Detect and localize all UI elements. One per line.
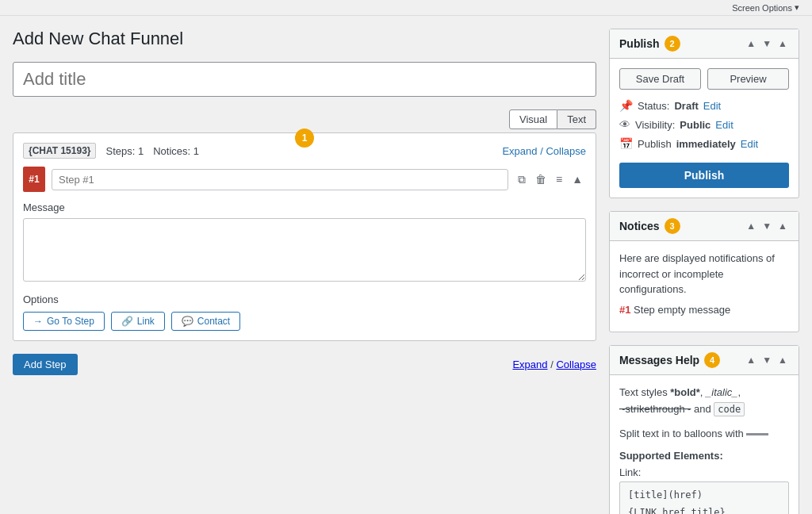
notice-text: Step empty message bbox=[634, 304, 730, 316]
notices-panel: Notices 3 ▲ ▼ ▲ Here are displayed notif… bbox=[609, 211, 799, 332]
help-down-button[interactable]: ▼ bbox=[760, 353, 773, 367]
expand-link[interactable]: Expand bbox=[502, 145, 537, 157]
publish-buttons: Save Draft Preview bbox=[619, 68, 789, 90]
add-step-button[interactable]: Add Step bbox=[13, 354, 78, 375]
italic-example: _italic_ bbox=[706, 386, 737, 398]
visibility-row: 👁 Visibility: Public Edit bbox=[619, 118, 789, 131]
status-edit-link[interactable]: Edit bbox=[703, 100, 721, 112]
go-to-step-button[interactable]: → Go To Step bbox=[23, 312, 105, 331]
steps-count: Steps: 1 bbox=[105, 145, 144, 157]
link-button[interactable]: 🔗 Link bbox=[111, 312, 165, 331]
funnel-header: {CHAT 15193} Steps: 1 Notices: 1 1 Expan… bbox=[23, 143, 586, 159]
status-icon: 📌 bbox=[619, 99, 633, 112]
footer-collapse-link[interactable]: Collapse bbox=[556, 359, 596, 370]
funnel-header-left: {CHAT 15193} Steps: 1 Notices: 1 bbox=[23, 143, 199, 159]
visibility-value: Public bbox=[680, 119, 710, 131]
publish-up-button[interactable]: ▲ bbox=[745, 36, 757, 51]
copy-step-button[interactable]: ⧉ bbox=[515, 171, 529, 188]
screen-options-button[interactable]: Screen Options ▾ bbox=[732, 2, 799, 13]
notices-controls: ▲ ▼ ▲ bbox=[745, 219, 789, 233]
messages-help-panel: Messages Help 4 ▲ ▼ ▲ Text styles *bold*… bbox=[609, 345, 799, 514]
tab-visual[interactable]: Visual bbox=[509, 109, 557, 129]
publish-badge: 2 bbox=[665, 36, 680, 52]
publish-down-button[interactable]: ▼ bbox=[760, 36, 773, 51]
page-title: Add New Chat Funnel bbox=[13, 29, 596, 49]
menu-icon: ≡ bbox=[556, 173, 562, 186]
link-code-2: {LINK href title} bbox=[628, 507, 726, 514]
publish-time-label: Publish bbox=[638, 138, 672, 150]
options-buttons: → Go To Step 🔗 Link 💬 Contact bbox=[23, 312, 586, 331]
notices-badge: 3 bbox=[665, 218, 680, 234]
title-input[interactable] bbox=[13, 62, 596, 97]
move-up-step-button[interactable]: ▲ bbox=[569, 171, 586, 188]
chat-tag: {CHAT 15193} bbox=[23, 143, 96, 159]
copy-icon: ⧉ bbox=[518, 173, 526, 186]
publish-time-value: immediately bbox=[676, 138, 736, 150]
contact-button[interactable]: 💬 Contact bbox=[171, 312, 240, 331]
split-text-prefix: Split text in to balloons with bbox=[619, 428, 744, 439]
code-example: code bbox=[714, 402, 745, 416]
help-toggle-button[interactable]: ▲ bbox=[776, 353, 789, 367]
arrow-icon: → bbox=[33, 316, 43, 327]
publish-button[interactable]: Publish bbox=[619, 163, 789, 188]
publish-body: Save Draft Preview 📌 Status: Draft Edit … bbox=[610, 59, 799, 198]
strike-example: ~strikethrough~ bbox=[619, 403, 691, 415]
status-label: Status: bbox=[638, 100, 669, 112]
link-code-1: [title](href) bbox=[628, 489, 703, 501]
link-label-text: Link bbox=[137, 316, 155, 327]
publish-time-edit-link[interactable]: Edit bbox=[741, 138, 758, 150]
notices-description: Here are displayed notifications of inco… bbox=[619, 251, 789, 297]
notice-item: #1 Step empty message bbox=[619, 302, 789, 318]
message-textarea[interactable] bbox=[23, 218, 586, 282]
contact-label: Contact bbox=[197, 316, 230, 327]
text-styles-description: Text styles *bold*, _italic_, ~strikethr… bbox=[619, 385, 789, 418]
status-row: 📌 Status: Draft Edit bbox=[619, 99, 789, 112]
visibility-edit-link[interactable]: Edit bbox=[715, 119, 733, 131]
status-value: Draft bbox=[674, 100, 698, 112]
preview-button[interactable]: Preview bbox=[707, 68, 789, 90]
step-row: #1 ⧉ 🗑 ≡ ▲ bbox=[23, 167, 586, 192]
notices-count: Notices: 1 bbox=[153, 145, 199, 157]
link-code-block: [title](href) {LINK href title} bbox=[619, 481, 789, 514]
separator-preview bbox=[746, 428, 768, 439]
collapse-link[interactable]: Collapse bbox=[546, 145, 586, 157]
calendar-icon: 📅 bbox=[619, 137, 633, 150]
message-label: Message bbox=[23, 201, 586, 213]
options-label: Options bbox=[23, 293, 586, 305]
notices-toggle-button[interactable]: ▲ bbox=[776, 219, 789, 233]
footer-expand-collapse: Expand / Collapse bbox=[512, 359, 596, 370]
contact-icon: 💬 bbox=[182, 316, 193, 327]
footer-expand-link[interactable]: Expand bbox=[512, 359, 547, 370]
funnel-footer: Add Step Expand / Collapse bbox=[13, 354, 596, 375]
publish-panel-header: Publish 2 ▲ ▼ ▲ bbox=[610, 29, 799, 59]
delete-step-button[interactable]: 🗑 bbox=[532, 171, 550, 188]
visibility-label: Visibility: bbox=[635, 119, 675, 131]
publish-panel: Publish 2 ▲ ▼ ▲ Save Draft Preview 📌 Sta… bbox=[609, 29, 799, 198]
trash-icon: 🗑 bbox=[535, 173, 546, 186]
notices-title: Notices 3 bbox=[619, 218, 680, 234]
publish-time-row: 📅 Publish immediately Edit bbox=[619, 137, 789, 150]
step-number: #1 bbox=[23, 167, 45, 192]
save-draft-button[interactable]: Save Draft bbox=[619, 68, 701, 90]
messages-help-body: Text styles *bold*, _italic_, ~strikethr… bbox=[610, 375, 799, 514]
messages-help-badge: 4 bbox=[704, 352, 720, 368]
notice-number: #1 bbox=[619, 304, 630, 316]
tab-text[interactable]: Text bbox=[557, 109, 596, 129]
notices-up-button[interactable]: ▲ bbox=[745, 219, 757, 233]
chat-funnel-box: {CHAT 15193} Steps: 1 Notices: 1 1 Expan… bbox=[13, 132, 596, 341]
help-up-button[interactable]: ▲ bbox=[745, 353, 757, 367]
funnel-badge: 1 bbox=[295, 128, 314, 148]
chevron-up-icon: ▲ bbox=[572, 173, 583, 186]
messages-help-controls: ▲ ▼ ▲ bbox=[745, 353, 789, 367]
text-styles-prefix: Text styles bbox=[619, 386, 670, 398]
publish-controls: ▲ ▼ ▲ bbox=[745, 36, 789, 51]
funnel-header-right: Expand / Collapse bbox=[502, 145, 586, 157]
go-to-step-label: Go To Step bbox=[47, 316, 94, 327]
notices-body: Here are displayed notifications of inco… bbox=[610, 241, 799, 332]
publish-title: Publish 2 bbox=[619, 36, 680, 52]
step-input[interactable] bbox=[52, 169, 508, 190]
bold-example: *bold* bbox=[670, 386, 700, 398]
publish-toggle-button[interactable]: ▲ bbox=[776, 36, 789, 51]
reorder-step-button[interactable]: ≡ bbox=[553, 171, 565, 188]
notices-down-button[interactable]: ▼ bbox=[760, 219, 773, 233]
